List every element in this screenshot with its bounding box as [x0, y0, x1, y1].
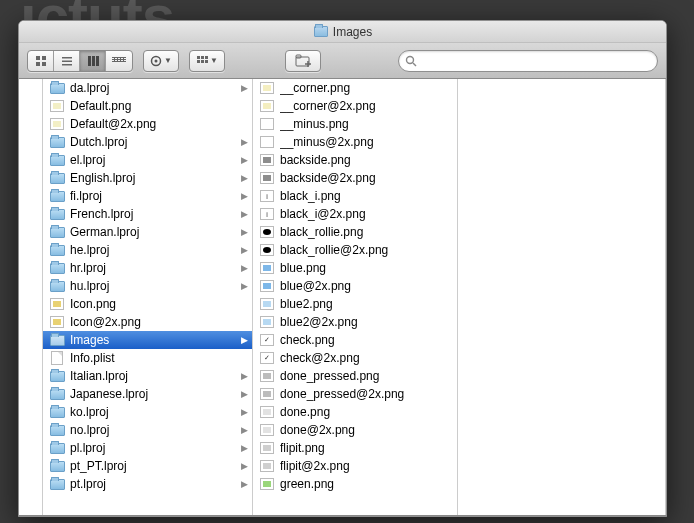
list-item[interactable]: ko.lproj▶	[43, 403, 252, 421]
list-item[interactable]: blue@2x.png	[253, 277, 457, 295]
file-label: no.lproj	[70, 423, 248, 437]
list-item[interactable]: pt.lproj▶	[43, 475, 252, 493]
document-icon	[49, 351, 65, 365]
chevron-right-icon: ▶	[241, 191, 248, 201]
file-label: da.lproj	[70, 81, 248, 95]
list-item[interactable]: Dutch.lproj▶	[43, 133, 252, 151]
list-item[interactable]: hr.lproj▶	[43, 259, 252, 277]
list-item[interactable]: black_rollie@2x.png	[253, 241, 457, 259]
list-item[interactable]: Icon@2x.png	[43, 313, 252, 331]
list-item[interactable]: __corner@2x.png	[253, 97, 457, 115]
list-item[interactable]: he.lproj▶	[43, 241, 252, 259]
list-item[interactable]: ✓check.png	[253, 331, 457, 349]
image-icon	[259, 225, 275, 239]
view-coverflow-button[interactable]	[106, 51, 132, 71]
search-input[interactable]	[421, 54, 651, 68]
folder-plus-icon	[295, 54, 311, 67]
image-icon	[259, 387, 275, 401]
list-item[interactable]: el.lproj▶	[43, 151, 252, 169]
file-label: __minus@2x.png	[280, 135, 453, 149]
list-item[interactable]: backside.png	[253, 151, 457, 169]
file-label: blue2@2x.png	[280, 315, 453, 329]
folder-icon	[313, 25, 329, 39]
view-icon-button[interactable]	[28, 51, 54, 71]
chevron-right-icon: ▶	[241, 245, 248, 255]
file-label: done_pressed.png	[280, 369, 453, 383]
svg-rect-13	[114, 57, 115, 62]
image-icon	[49, 99, 65, 113]
list-item[interactable]: Japanese.lproj▶	[43, 385, 252, 403]
list-item[interactable]: no.lproj▶	[43, 421, 252, 439]
view-list-button[interactable]	[54, 51, 80, 71]
list-item[interactable]: German.lproj▶	[43, 223, 252, 241]
column-0[interactable]	[19, 79, 43, 516]
list-item[interactable]: fi.lproj▶	[43, 187, 252, 205]
list-item[interactable]: flipit.png	[253, 439, 457, 457]
file-label: French.lproj	[70, 207, 248, 221]
list-item[interactable]: French.lproj▶	[43, 205, 252, 223]
finder-window: Images ▼ ▼	[18, 20, 667, 517]
list-item[interactable]: pl.lproj▶	[43, 439, 252, 457]
list-item[interactable]: ✓check@2x.png	[253, 349, 457, 367]
file-label: he.lproj	[70, 243, 248, 257]
list-item[interactable]: Images▶	[43, 331, 252, 349]
list-item[interactable]: Default.png	[43, 97, 252, 115]
list-item[interactable]: Icon.png	[43, 295, 252, 313]
svg-point-18	[155, 59, 158, 62]
gear-icon	[150, 55, 162, 67]
list-item[interactable]: done_pressed@2x.png	[253, 385, 457, 403]
list-item[interactable]: backside@2x.png	[253, 169, 457, 187]
folder-icon	[49, 189, 65, 203]
list-item[interactable]: black_rollie.png	[253, 223, 457, 241]
list-item[interactable]: Info.plist	[43, 349, 252, 367]
image-icon: ✓	[259, 333, 275, 347]
list-item[interactable]: done_pressed.png	[253, 367, 457, 385]
list-item[interactable]: da.lproj▶	[43, 79, 252, 97]
arrange-menu-button[interactable]: ▼	[189, 50, 225, 72]
chevron-right-icon: ▶	[241, 83, 248, 93]
chevron-right-icon: ▶	[241, 137, 248, 147]
image-icon	[259, 135, 275, 149]
file-label: check@2x.png	[280, 351, 453, 365]
file-label: Icon@2x.png	[70, 315, 248, 329]
svg-rect-22	[197, 60, 200, 63]
list-item[interactable]: __corner.png	[253, 79, 457, 97]
list-item[interactable]: blue2.png	[253, 295, 457, 313]
action-menu-button[interactable]: ▼	[143, 50, 179, 72]
toolbar: ▼ ▼	[19, 43, 666, 79]
list-item[interactable]: __minus.png	[253, 115, 457, 133]
chevron-right-icon: ▶	[241, 407, 248, 417]
search-field[interactable]	[398, 50, 658, 72]
file-label: English.lproj	[70, 171, 248, 185]
list-item[interactable]: hu.lproj▶	[43, 277, 252, 295]
svg-rect-7	[88, 56, 91, 66]
list-item[interactable]: flipit@2x.png	[253, 457, 457, 475]
list-item[interactable]: __minus@2x.png	[253, 133, 457, 151]
file-label: backside@2x.png	[280, 171, 453, 185]
list-item[interactable]: English.lproj▶	[43, 169, 252, 187]
list-item[interactable]: iblack_i@2x.png	[253, 205, 457, 223]
list-item[interactable]: Default@2x.png	[43, 115, 252, 133]
image-icon	[259, 477, 275, 491]
list-item[interactable]: blue.png	[253, 259, 457, 277]
list-item[interactable]: Italian.lproj▶	[43, 367, 252, 385]
column-1[interactable]: da.lproj▶Default.pngDefault@2x.pngDutch.…	[43, 79, 253, 516]
list-item[interactable]: done.png	[253, 403, 457, 421]
list-item[interactable]: done@2x.png	[253, 421, 457, 439]
new-folder-button[interactable]	[285, 50, 321, 72]
column-preview	[458, 79, 666, 516]
column-2[interactable]: __corner.png__corner@2x.png__minus.png__…	[253, 79, 458, 516]
titlebar[interactable]: Images	[19, 21, 666, 43]
folder-icon	[49, 279, 65, 293]
list-item[interactable]: iblack_i.png	[253, 187, 457, 205]
folder-icon	[49, 441, 65, 455]
folder-icon	[49, 207, 65, 221]
list-item[interactable]: green.png	[253, 475, 457, 493]
image-icon	[49, 297, 65, 311]
list-item[interactable]: pt_PT.lproj▶	[43, 457, 252, 475]
search-icon	[405, 55, 417, 67]
view-column-button[interactable]	[80, 51, 106, 71]
image-icon	[259, 459, 275, 473]
list-item[interactable]: blue2@2x.png	[253, 313, 457, 331]
image-icon	[259, 279, 275, 293]
